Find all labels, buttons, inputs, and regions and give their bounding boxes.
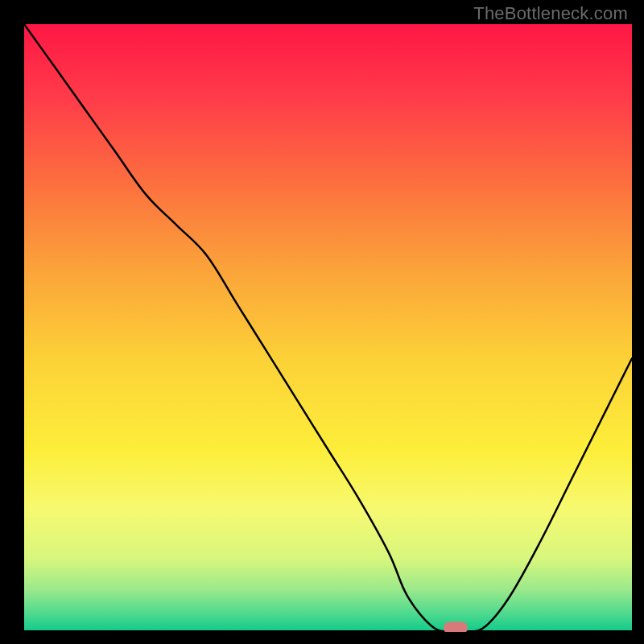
- optimal-point-marker: [444, 622, 468, 633]
- bottleneck-curve: [24, 24, 632, 632]
- chart-frame: TheBottleneck.com: [0, 0, 644, 644]
- plot-area: [24, 24, 632, 632]
- x-axis-baseline: [24, 630, 632, 632]
- watermark-text: TheBottleneck.com: [473, 3, 628, 24]
